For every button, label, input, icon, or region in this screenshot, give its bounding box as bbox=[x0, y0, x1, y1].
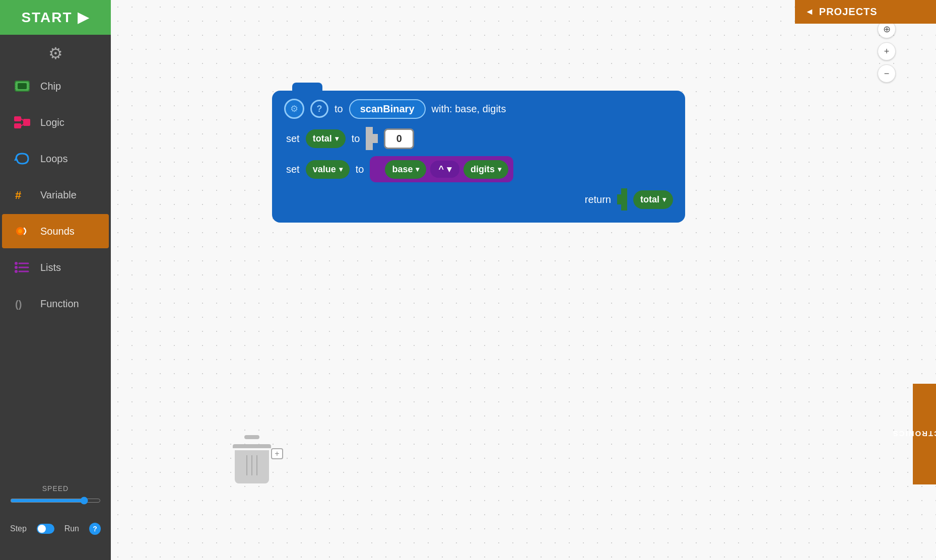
sidebar-item-function-label: Function bbox=[40, 298, 79, 310]
math-puzzle-notch bbox=[373, 159, 381, 179]
zero-value[interactable]: 0 bbox=[384, 128, 414, 149]
svg-rect-1 bbox=[18, 83, 27, 89]
gear-icon: ⚙ bbox=[290, 103, 298, 114]
trash-add-button[interactable]: + bbox=[271, 448, 283, 459]
sidebar-item-chip[interactable]: Chip bbox=[2, 69, 109, 103]
total-var-name: total bbox=[313, 133, 332, 144]
digits-var-name: digits bbox=[471, 164, 495, 175]
trash-lid bbox=[233, 444, 271, 448]
sidebar-item-function[interactable]: () Function bbox=[2, 287, 109, 321]
return-var-name: total bbox=[640, 194, 659, 205]
block-canvas: ⚙ ? to scanBinary with: base, digits set… bbox=[272, 91, 685, 223]
svg-point-22 bbox=[15, 270, 18, 273]
settings-row: ⚙ bbox=[0, 35, 111, 68]
step-run-row: Step Run ? bbox=[0, 518, 111, 540]
sidebar: START ▶ ⚙ Chip bbox=[0, 0, 111, 560]
sidebar-item-variable[interactable]: # Variable bbox=[2, 178, 109, 212]
block-to-keyword: to bbox=[335, 103, 343, 115]
set2-to-keyword: to bbox=[356, 164, 364, 175]
value-dropdown-arrow: ▾ bbox=[339, 165, 343, 173]
svg-point-21 bbox=[15, 266, 18, 269]
zoom-in-button[interactable]: + bbox=[878, 42, 896, 60]
function-icon: () bbox=[12, 294, 32, 314]
sounds-icon bbox=[12, 221, 32, 241]
svg-rect-9 bbox=[14, 123, 21, 128]
sidebar-item-sounds[interactable]: Sounds bbox=[2, 214, 109, 248]
set-value-row: set value ▾ to base ▾ bbox=[284, 156, 673, 182]
set1-keyword: set bbox=[286, 133, 300, 145]
main-function-block: ⚙ ? to scanBinary with: base, digits set… bbox=[272, 91, 685, 223]
operator-dropdown-arrow: ▾ bbox=[447, 164, 451, 175]
base-dropdown[interactable]: base ▾ bbox=[385, 160, 426, 179]
svg-text:#: # bbox=[15, 189, 21, 201]
svg-line-11 bbox=[21, 119, 23, 120]
logic-icon bbox=[12, 112, 32, 132]
value-dropdown[interactable]: value ▾ bbox=[306, 160, 350, 179]
svg-rect-8 bbox=[14, 116, 21, 121]
sidebar-item-variable-label: Variable bbox=[40, 189, 77, 201]
svg-line-12 bbox=[21, 124, 23, 126]
workspace: ◄ PROJECTS ⊕ + − ⚙ ? to scanBinary with:… bbox=[111, 0, 936, 560]
electronics-label: ELECTRONICS bbox=[892, 430, 936, 438]
function-name-badge[interactable]: scanBinary bbox=[349, 99, 426, 119]
svg-point-16 bbox=[18, 229, 22, 233]
math-expression-block: base ▾ ^ ▾ digits ▾ bbox=[370, 156, 513, 182]
sidebar-item-logic-label: Logic bbox=[40, 117, 64, 128]
return-row: return total ▾ bbox=[284, 188, 673, 211]
operator-dropdown[interactable]: ^ ▾ bbox=[430, 161, 459, 178]
settings-icon[interactable]: ⚙ bbox=[48, 44, 63, 63]
run-label: Run bbox=[64, 524, 79, 533]
return-puzzle-connector bbox=[617, 188, 627, 211]
return-dropdown-arrow: ▾ bbox=[662, 195, 666, 203]
block-header: ⚙ ? to scanBinary with: base, digits bbox=[284, 99, 673, 119]
start-arrow: ▶ bbox=[78, 9, 90, 26]
speed-label: SPEED bbox=[10, 484, 101, 493]
lists-icon bbox=[12, 257, 32, 277]
block-settings-button[interactable]: ⚙ bbox=[284, 99, 304, 119]
speed-section: SPEED bbox=[0, 479, 111, 510]
electronics-tab[interactable]: ELECTRONICS bbox=[913, 384, 936, 484]
total-dropdown-arrow: ▾ bbox=[335, 134, 339, 143]
variable-icon: # bbox=[12, 185, 32, 205]
trash-body bbox=[235, 450, 269, 483]
svg-rect-10 bbox=[23, 119, 30, 126]
sidebar-item-lists[interactable]: Lists bbox=[2, 250, 109, 285]
zoom-controls: ⊕ + − bbox=[878, 20, 896, 83]
projects-header[interactable]: ◄ PROJECTS bbox=[795, 0, 936, 24]
operator-symbol: ^ bbox=[438, 164, 444, 175]
sidebar-item-logic[interactable]: Logic bbox=[2, 105, 109, 139]
svg-point-20 bbox=[15, 262, 18, 265]
value-var-name: value bbox=[313, 164, 336, 175]
block-with-text: with: base, digits bbox=[432, 103, 506, 115]
projects-arrow: ◄ bbox=[805, 7, 814, 17]
help-button[interactable]: ? bbox=[89, 523, 101, 535]
loops-icon bbox=[12, 149, 32, 169]
step-toggle[interactable] bbox=[37, 524, 54, 534]
base-var-name: base bbox=[392, 164, 413, 175]
function-name: scanBinary bbox=[360, 103, 415, 114]
digits-dropdown[interactable]: digits ▾ bbox=[463, 160, 508, 179]
sidebar-item-loops[interactable]: Loops bbox=[2, 142, 109, 176]
set-total-row: set total ▾ to 0 bbox=[284, 127, 673, 150]
puzzle-connector-left bbox=[366, 127, 378, 150]
sidebar-item-sounds-label: Sounds bbox=[40, 226, 75, 237]
step-label: Step bbox=[10, 524, 27, 533]
step-toggle-knob bbox=[38, 525, 46, 533]
start-button[interactable]: START ▶ bbox=[0, 0, 111, 35]
help-icon: ? bbox=[317, 104, 322, 114]
return-total-dropdown[interactable]: total ▾ bbox=[633, 190, 673, 209]
sidebar-item-loops-label: Loops bbox=[40, 153, 68, 165]
svg-text:(): () bbox=[15, 299, 22, 310]
speed-slider-row bbox=[10, 497, 101, 505]
sidebar-item-chip-label: Chip bbox=[40, 81, 61, 92]
sidebar-item-lists-label: Lists bbox=[40, 262, 61, 273]
trash-lines bbox=[239, 450, 264, 480]
block-help-button[interactable]: ? bbox=[310, 100, 328, 118]
total-dropdown[interactable]: total ▾ bbox=[306, 129, 346, 148]
speed-slider[interactable] bbox=[10, 497, 101, 505]
trash-can[interactable]: + bbox=[232, 444, 272, 495]
chip-icon bbox=[12, 76, 32, 96]
set1-to-keyword: to bbox=[352, 133, 360, 145]
zoom-out-button[interactable]: − bbox=[878, 64, 896, 83]
digits-dropdown-arrow: ▾ bbox=[498, 165, 501, 173]
